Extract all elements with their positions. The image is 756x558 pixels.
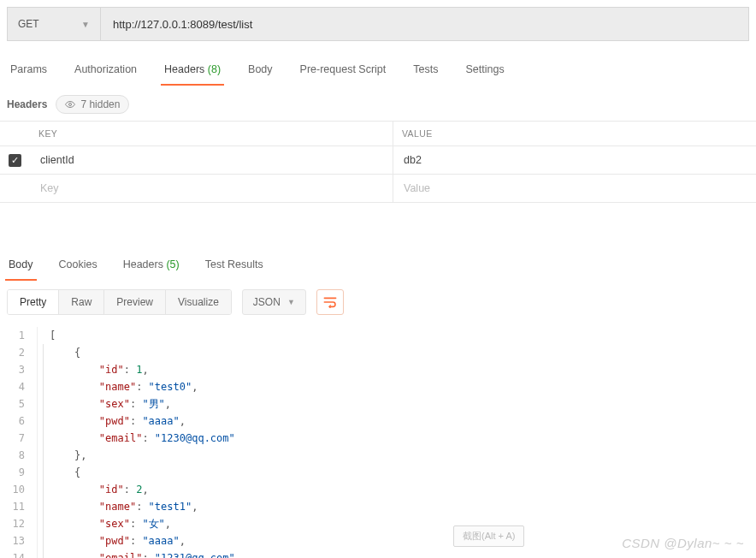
tab-tests[interactable]: Tests xyxy=(410,58,441,86)
header-value-input[interactable] xyxy=(402,153,747,167)
view-raw-button[interactable]: Raw xyxy=(59,290,104,314)
hidden-headers-toggle[interactable]: 7 hidden xyxy=(56,95,129,114)
tab-response-body[interactable]: Body xyxy=(5,253,37,281)
tab-prerequest[interactable]: Pre-request Script xyxy=(297,58,390,86)
http-method-label: GET xyxy=(18,18,39,30)
watermark: CSDN @Dylan~ ~ ~ xyxy=(622,536,744,550)
request-tabs: Params Authorization Headers (8) Body Pr… xyxy=(0,48,756,86)
view-visualize-button[interactable]: Visualize xyxy=(166,290,231,314)
col-value: VALUE xyxy=(393,122,757,146)
response-lang-select[interactable]: JSON ▼ xyxy=(242,289,306,315)
http-method-select[interactable]: GET ▼ xyxy=(7,7,101,41)
headers-title: Headers xyxy=(7,98,47,110)
tab-test-results[interactable]: Test Results xyxy=(202,253,267,281)
header-key-input[interactable] xyxy=(38,181,384,195)
eye-icon xyxy=(65,99,75,110)
tab-headers[interactable]: Headers (8) xyxy=(161,58,224,86)
header-value-input[interactable] xyxy=(402,181,747,195)
view-mode-group: Pretty Raw Preview Visualize xyxy=(7,289,232,315)
chevron-down-icon: ▼ xyxy=(287,298,295,306)
response-code-area[interactable]: 1[2 {3 "id": 1,4 "name": "test0",5 "sex"… xyxy=(0,324,756,558)
wrap-lines-button[interactable] xyxy=(316,289,344,315)
view-preview-button[interactable]: Preview xyxy=(104,290,166,314)
checkbox-checked-icon[interactable]: ✓ xyxy=(9,154,21,167)
col-key: KEY xyxy=(30,122,393,146)
screenshot-tooltip: 截图(Alt + A) xyxy=(453,525,524,547)
header-key-input[interactable] xyxy=(38,153,384,167)
tab-settings[interactable]: Settings xyxy=(462,58,507,86)
table-row[interactable]: ✓ xyxy=(0,146,756,175)
tab-body[interactable]: Body xyxy=(245,58,276,86)
headers-table: KEY VALUE ✓ xyxy=(0,121,756,203)
tab-params[interactable]: Params xyxy=(7,58,50,86)
tab-response-cookies[interactable]: Cookies xyxy=(56,253,101,281)
view-pretty-button[interactable]: Pretty xyxy=(8,290,59,314)
wrap-icon xyxy=(323,296,337,308)
response-tabs: Body Cookies Headers (5) Test Results xyxy=(0,249,756,281)
tab-response-headers[interactable]: Headers (5) xyxy=(120,253,183,281)
chevron-down-icon: ▼ xyxy=(81,20,90,29)
tab-authorization[interactable]: Authorization xyxy=(71,58,140,86)
svg-point-0 xyxy=(69,104,72,106)
url-input[interactable] xyxy=(101,7,749,41)
table-row[interactable] xyxy=(0,175,756,203)
